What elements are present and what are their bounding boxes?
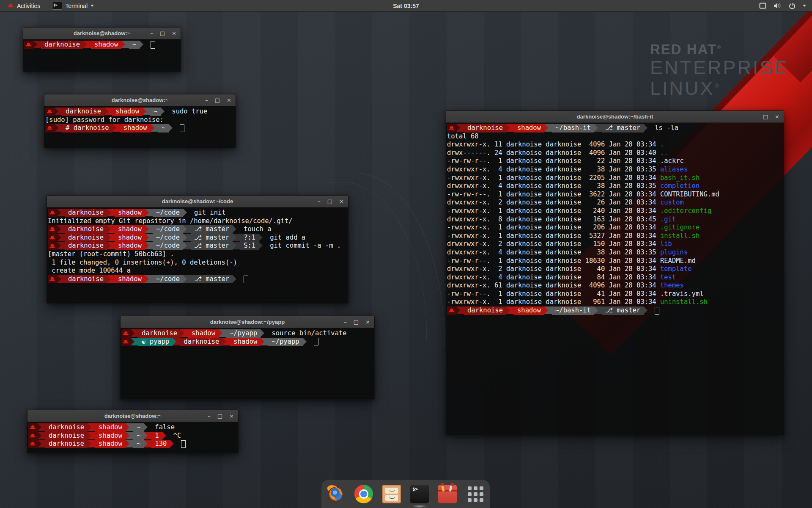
minimize-button[interactable]: – (318, 196, 321, 207)
maximize-button[interactable]: □ (763, 111, 768, 122)
prompt-segment-hat (48, 234, 57, 242)
powerline-arrow-icon (38, 440, 45, 447)
terminal-line: darknoiseshadow~/code⎇ masterS:1git comm… (48, 242, 347, 250)
maximize-button[interactable]: □ (354, 316, 359, 328)
close-button[interactable]: × (227, 94, 231, 106)
command-text: ls -la (655, 124, 678, 133)
activities-button[interactable]: Activities (4, 0, 44, 11)
powerline-arrow-icon (57, 225, 65, 233)
file-name: aliases (660, 166, 688, 174)
powerline-arrow-icon (57, 275, 65, 283)
powerline-arrow-icon (144, 423, 151, 431)
minimize-button[interactable]: – (150, 28, 153, 39)
powerline-arrow-icon (145, 209, 153, 216)
prompt-segment-hat (48, 209, 57, 217)
prompt-segment-path: ~/pyapp (226, 329, 261, 338)
close-button[interactable]: × (229, 410, 234, 422)
terminal-window-5[interactable]: darknoise@shadow:~/bash-it–□×darknoisesh… (446, 110, 784, 435)
terminal-line: drwxrwxr-x. 2 darknoise darknoise 40 Jan… (447, 265, 783, 273)
command-text: false (155, 423, 175, 432)
terminal-body[interactable]: darknoiseshadow~ (23, 39, 181, 72)
prompt-segment-host: shadow (230, 338, 261, 346)
powerline-arrow-icon (173, 338, 180, 345)
chrome-icon[interactable] (354, 485, 373, 503)
file-name: .editorconfig (660, 207, 711, 215)
redhat-icon (123, 331, 129, 335)
terminal-window-3[interactable]: darknoise@shadow:~/pyapp–□×darknoiseshad… (120, 316, 375, 400)
maximize-button[interactable]: □ (327, 196, 332, 207)
minimize-button[interactable]: – (208, 410, 211, 422)
terminal-line: -rwxrwxr-x. 1 darknoise darknoise 206 Ja… (447, 224, 783, 232)
app-menu-terminal[interactable]: $> Terminal (48, 0, 98, 11)
prompt-segment-user: darknoise (464, 124, 506, 133)
close-button[interactable]: × (365, 316, 370, 328)
terminal-body[interactable]: darknoiseshadow~/codegit initInitialized… (47, 207, 348, 303)
close-button[interactable]: × (172, 28, 176, 39)
terminal-window-1[interactable]: darknoise@shadow:~–□×darknoiseshadow~sud… (44, 94, 236, 148)
titlebar[interactable]: darknoise@shadow:~–□× (27, 410, 238, 422)
powerline-arrow-icon (126, 423, 133, 431)
close-button[interactable]: × (775, 111, 779, 122)
file-name: .git (660, 215, 676, 224)
powerline-arrow-icon (57, 209, 65, 216)
system-tray[interactable] (759, 3, 812, 9)
rhel-logo: RED HAT® ENTERPRISE LINUX® (650, 41, 789, 99)
powerline-arrow-icon (143, 108, 150, 115)
command-text: source bin/activate (272, 329, 346, 338)
prompt-segment-hat (45, 124, 55, 133)
prompt-segment-host: shadow (95, 423, 126, 432)
titlebar[interactable]: darknoise@shadow:~–□× (23, 28, 181, 39)
files-icon[interactable] (382, 485, 401, 503)
close-button[interactable]: × (339, 196, 344, 207)
maximize-button[interactable]: □ (217, 410, 222, 422)
app-grid-icon[interactable] (466, 485, 485, 503)
maximize-button[interactable]: □ (215, 94, 220, 106)
terminal-body[interactable]: darknoiseshadow~sudo true[sudo] password… (44, 106, 236, 148)
terminal-body[interactable]: darknoiseshadow~/bash-it⎇ masterls -lato… (446, 123, 784, 435)
terminal-body[interactable]: darknoiseshadow~falsedarknoiseshadow~1^C… (27, 422, 238, 453)
output-text: drwxrwxr-x. 11 darknoise darknoise 4096 … (447, 141, 660, 149)
titlebar[interactable]: darknoise@shadow:~–□× (44, 94, 236, 106)
output-text: drwxrwxr-x. 2 darknoise darknoise 26 Jan… (447, 199, 660, 207)
maximize-button[interactable]: □ (160, 28, 165, 39)
prompt-segment-gitst: ?:1 (240, 234, 259, 242)
redhat-icon (449, 309, 454, 312)
terminal-line: drwxrwxr-x. 2 darknoise darknoise 150 Ja… (447, 240, 783, 248)
terminal-icon[interactable]: $> (410, 485, 429, 503)
minimize-button[interactable]: – (753, 111, 756, 122)
powerline-arrow-icon (162, 432, 170, 439)
terminal-window-2[interactable]: darknoise@shadow:~/code–□×darknoiseshado… (47, 195, 348, 304)
firefox-icon[interactable] (326, 485, 345, 503)
titlebar[interactable]: darknoise@shadow:~/code–□× (47, 196, 348, 207)
minimize-button[interactable]: – (344, 316, 347, 328)
prompt-segment-path: ~/code (153, 209, 183, 217)
powerline-arrow-icon (233, 275, 240, 283)
prompt-segment-host: shadow (115, 234, 145, 242)
powerline-arrow-icon (55, 108, 62, 115)
redhat-icon (26, 43, 31, 47)
powerline-arrow-icon (183, 275, 191, 283)
powerline-arrow-icon (183, 225, 191, 233)
clock-label[interactable]: Sat 03:57 (393, 3, 419, 9)
terminal-body[interactable]: darknoiseshadow~/pyappsource bin/activat… (121, 328, 374, 399)
titlebar[interactable]: darknoise@shadow:~/pyapp–□× (121, 316, 374, 328)
prompt-segment-git: ⎇ master (191, 234, 233, 242)
terminal-app-icon: $> (52, 2, 62, 10)
terminal-window-4[interactable]: darknoise@shadow:~–□×darknoiseshadow~fal… (27, 410, 239, 453)
powerline-arrow-icon (88, 423, 95, 431)
minimize-button[interactable]: – (205, 94, 208, 106)
powerline-arrow-icon (38, 432, 45, 439)
toolbox-icon[interactable] (438, 485, 457, 503)
titlebar[interactable]: darknoise@shadow:~/bash-it–□× (446, 111, 784, 123)
prompt-segment-host: shadow (188, 329, 219, 338)
prompt-segment-path: ~ (150, 108, 161, 116)
powerline-arrow-icon (544, 306, 552, 314)
prompt-segment-host: shadow (91, 41, 121, 49)
terminal-line: drwx------. 24 darknoise darknoise 4096 … (447, 149, 783, 157)
output-text: drwxrwxr-x. 61 darknoise darknoise 4096 … (447, 282, 660, 290)
terminal-window-0[interactable]: darknoise@shadow:~–□×darknoiseshadow~ (23, 27, 181, 72)
terminal-line: darknoiseshadow~/bash-it⎇ masterls -la (447, 124, 783, 133)
powerline-arrow-icon (222, 338, 230, 345)
file-name: CONTRIBUTING.md (660, 190, 719, 199)
file-name: test (660, 273, 676, 282)
